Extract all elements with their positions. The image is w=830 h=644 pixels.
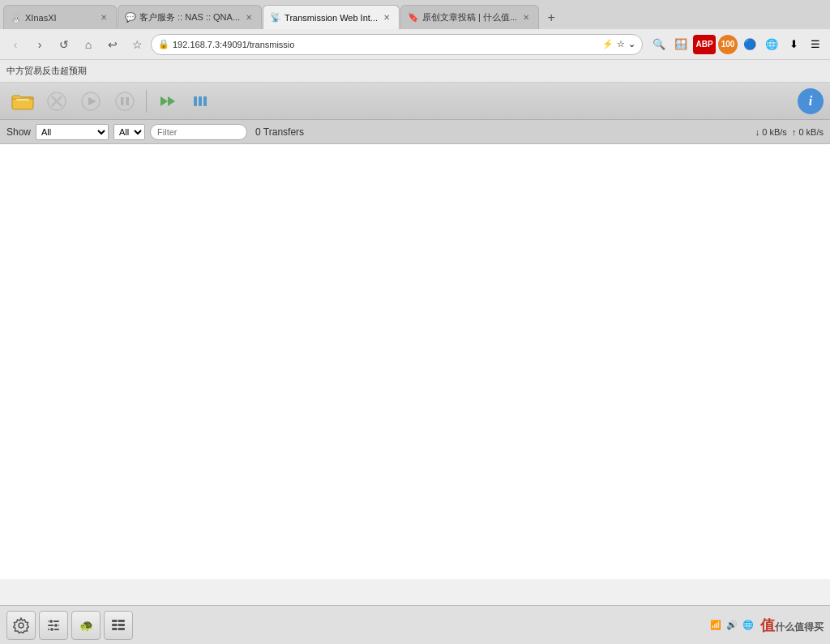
new-tab-button[interactable]: +	[540, 6, 563, 29]
tab-qnas[interactable]: 💬 客户服务 :: NAS :: QNA... ✕	[118, 5, 262, 29]
bottom-bar: 🐢 📶 🔊 🌐 值什么值得买	[0, 605, 830, 644]
svg-rect-13	[199, 96, 202, 106]
address-bar[interactable]: 🔒 192.168.7.3:49091/transmissio ⚡ ☆ ⌄	[151, 34, 643, 55]
transmission-toolbar: i	[0, 83, 830, 120]
transmission-app: i Show All Downloading Seeding Paused Al…	[0, 83, 830, 579]
svg-rect-24	[112, 628, 125, 630]
tab-close-qnas[interactable]: ✕	[243, 12, 255, 23]
filter-select[interactable]: All	[113, 124, 145, 140]
search-button[interactable]: 🔍	[649, 35, 669, 54]
svg-rect-23	[112, 624, 125, 626]
svg-rect-14	[203, 96, 207, 106]
download-speed: ↓ 0 kB/s	[755, 127, 787, 137]
back-button[interactable]: ‹	[5, 34, 26, 55]
pause-button[interactable]	[109, 87, 141, 116]
brand-logo: 值什么值得买	[760, 616, 824, 635]
resume-button[interactable]	[75, 87, 107, 116]
svg-point-7	[116, 92, 134, 110]
bookmark-item[interactable]: 中方贸易反击超预期	[6, 65, 87, 77]
address-menu-icon: ⌄	[628, 39, 635, 49]
filter-input[interactable]	[150, 124, 247, 140]
tray-signal-icon: 📶	[710, 620, 721, 630]
svg-marker-10	[160, 96, 168, 106]
svg-point-15	[19, 623, 24, 628]
tab-transmission[interactable]: 📡 Transmission Web Int... ✕	[263, 5, 400, 29]
bookmark-bar: 中方贸易反击超预期	[0, 60, 830, 83]
tab-label-xinasxi: XInasXI	[25, 13, 95, 23]
tab-zhihu[interactable]: 🔖 原创文章投稿 | 什么值... ✕	[400, 5, 539, 29]
filter-bar: Show All Downloading Seeding Paused All …	[0, 120, 830, 144]
info-button[interactable]: i	[798, 88, 824, 114]
svg-rect-12	[194, 96, 197, 106]
svg-rect-1	[16, 99, 29, 100]
svg-point-19	[49, 619, 53, 623]
history-back-button[interactable]: ↩	[102, 34, 123, 55]
svg-rect-22	[112, 620, 125, 622]
forward-button[interactable]: ›	[29, 34, 50, 55]
refresh-button[interactable]: ↺	[53, 34, 75, 55]
resume-all-button[interactable]	[152, 87, 184, 116]
secure-icon: 🔒	[158, 39, 169, 49]
bottom-left-buttons: 🐢	[6, 611, 133, 640]
menu-button[interactable]: ☰	[806, 35, 825, 54]
pause-all-button[interactable]	[186, 87, 218, 116]
nav-bar: ‹ › ↺ ⌂ ↩ ☆ 🔒 192.168.7.3:49091/transmis…	[0, 29, 830, 60]
svg-rect-8	[121, 97, 124, 105]
toolbar-separator	[146, 90, 147, 113]
remove-torrent-button[interactable]	[41, 87, 73, 116]
torrent-list	[0, 144, 830, 579]
tab-label-transmission: Transmission Web Int...	[285, 13, 378, 23]
ext-blue-button[interactable]: 🔵	[740, 35, 759, 54]
tab-close-zhihu[interactable]: ✕	[520, 12, 532, 23]
columns-button[interactable]	[104, 611, 133, 640]
speed-display: ↓ 0 kB/s ↑ 0 kB/s	[755, 127, 824, 137]
svg-point-20	[54, 623, 58, 627]
svg-rect-9	[126, 97, 130, 105]
show-label: Show	[6, 126, 31, 138]
info-icon: i	[809, 94, 812, 109]
bottom-right: 📶 🔊 🌐 值什么值得买	[710, 616, 824, 635]
settings-button[interactable]	[6, 611, 36, 640]
preferences-button[interactable]	[39, 611, 68, 640]
address-star-icon: ☆	[617, 39, 625, 49]
toolbar-extensions: 🔍 🪟 ABP 100 🔵 🌐 ⬇ ☰	[649, 35, 825, 54]
transfers-count: 0 Transfers	[255, 126, 304, 138]
ext-world-button[interactable]: 🌐	[762, 35, 781, 54]
browser-chrome: 🐰 XInasXI ✕ 💬 客户服务 :: NAS :: QNA... ✕ 📡 …	[0, 0, 830, 83]
windows-icon[interactable]: 🪟	[671, 35, 691, 54]
tray-volume-icon: 🔊	[726, 620, 738, 630]
system-tray: 📶 🔊 🌐	[710, 620, 754, 630]
bookmark-star-button[interactable]: ☆	[126, 34, 148, 55]
tab-close-xinasxi[interactable]: ✕	[98, 12, 109, 23]
tray-network-icon: 🌐	[742, 620, 754, 630]
tab-label-qnas: 客户服务 :: NAS :: QNA...	[139, 11, 240, 23]
tab-bar: 🐰 XInasXI ✕ 💬 客户服务 :: NAS :: QNA... ✕ 📡 …	[0, 0, 830, 29]
download-button[interactable]: ⬇	[784, 35, 803, 54]
turtle-mode-button[interactable]: 🐢	[71, 611, 101, 640]
home-button[interactable]: ⌂	[78, 34, 99, 55]
upload-speed: ↑ 0 kB/s	[792, 127, 824, 137]
address-text: 192.168.7.3:49091/transmissio	[173, 40, 599, 49]
show-all-select[interactable]: All Downloading Seeding Paused	[36, 124, 109, 140]
tab-label-zhihu: 原创文章投稿 | 什么值...	[422, 11, 517, 23]
lightning-icon: ⚡	[602, 39, 614, 49]
abp-button[interactable]: ABP	[693, 35, 716, 54]
tab-close-transmission[interactable]: ✕	[381, 12, 392, 23]
tab-favicon-transmission: 📡	[270, 12, 281, 23]
tab-favicon-qnas: 💬	[125, 12, 136, 23]
open-torrent-button[interactable]	[6, 87, 39, 116]
tab-xinasxi[interactable]: 🐰 XInasXI ✕	[3, 5, 117, 29]
tab-favicon-xinasxi: 🐰	[11, 12, 22, 23]
tab-favicon-zhihu: 🔖	[408, 12, 419, 23]
adblock-100-button[interactable]: 100	[718, 35, 738, 54]
svg-marker-11	[168, 96, 175, 106]
svg-point-21	[50, 627, 54, 631]
